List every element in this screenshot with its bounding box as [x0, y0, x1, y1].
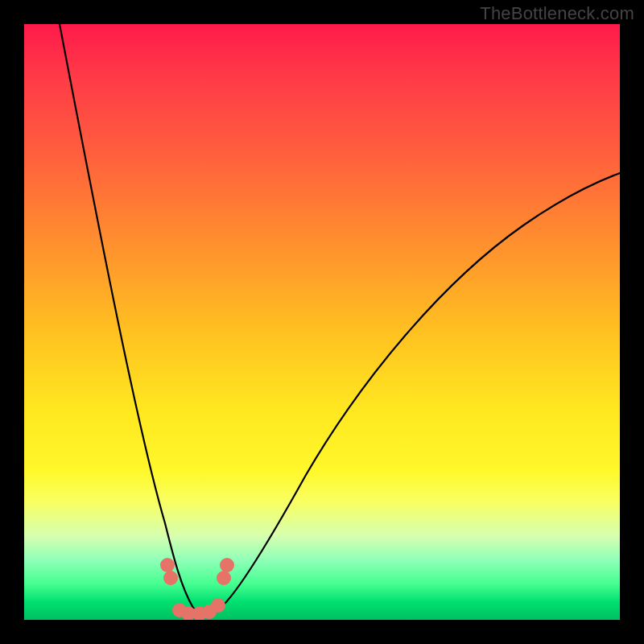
marker-dot: [220, 558, 234, 572]
marker-dot: [211, 598, 225, 613]
plot-frame: [24, 24, 620, 620]
bottleneck-curve-path: [60, 24, 620, 614]
bottleneck-chart: [24, 24, 620, 620]
marker-group: [160, 558, 234, 620]
marker-dot: [160, 558, 175, 572]
marker-dot: [217, 571, 231, 585]
marker-dot: [163, 571, 178, 585]
watermark-text: TheBottleneck.com: [480, 3, 634, 24]
